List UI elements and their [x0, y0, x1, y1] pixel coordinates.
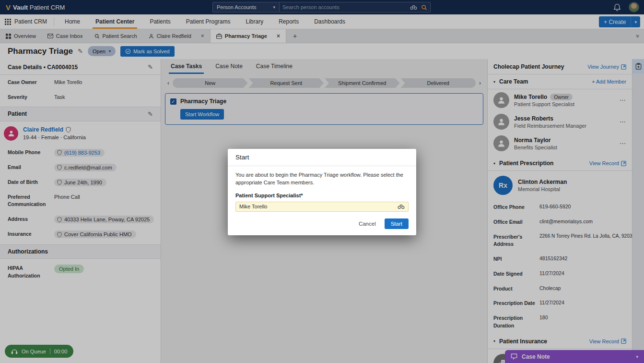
- specialist-field: [235, 202, 409, 212]
- dialog-title: Start: [228, 149, 416, 166]
- start-workflow-dialog: Start You are about to begin the Pharmac…: [228, 149, 416, 235]
- binoculars-icon[interactable]: [398, 204, 405, 209]
- dialog-message: You are about to begin the Pharmacy Tria…: [235, 171, 409, 187]
- start-button[interactable]: Start: [385, 218, 409, 229]
- specialist-input[interactable]: [239, 204, 398, 209]
- specialist-field-label: Patient Support Specialist*: [235, 192, 409, 200]
- cancel-button[interactable]: Cancel: [359, 221, 376, 227]
